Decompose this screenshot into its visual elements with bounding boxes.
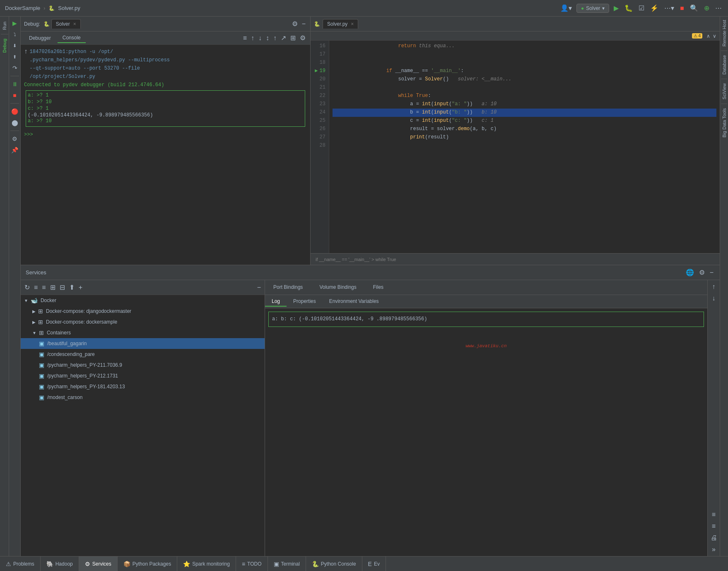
containers-label: Containers (47, 330, 71, 336)
view-breakpoints-button[interactable]: 🔴 (10, 106, 20, 116)
status-tab-ev[interactable]: E Ev (362, 556, 386, 571)
services-minimize-btn[interactable]: − (709, 268, 715, 278)
services-group-btn[interactable]: ⊞ (49, 282, 57, 293)
code-line-27: print(result) (333, 133, 716, 142)
tab-files[interactable]: Files (365, 282, 392, 293)
settings-debug-button[interactable]: ⚙ (10, 134, 20, 144)
tree-item-condescending-pare[interactable]: ▣ /condescending_pare (21, 349, 265, 360)
run-label[interactable]: Run (1, 20, 8, 31)
profile-button[interactable]: 👤▾ (559, 3, 573, 13)
container-helpers-181-icon: ▣ (39, 383, 44, 390)
coverage-button[interactable]: ☑ (637, 3, 646, 13)
more-side-btn[interactable]: » (711, 544, 717, 554)
editor-solver-tab[interactable]: Solver.py × (323, 19, 358, 29)
sub-tab-properties[interactable]: Properties (287, 297, 323, 307)
sub-tab-env-vars[interactable]: Environment Variables (323, 297, 386, 307)
pause-button[interactable]: ⏸ (10, 79, 20, 89)
tree-item-compose-docker[interactable]: ▶ ⊞ Docker-compose: dockersample (21, 317, 265, 327)
step-into-button[interactable]: ⬇ (10, 41, 20, 51)
step-out-button[interactable]: ⬆ (10, 52, 20, 62)
tree-item-helpers-211[interactable]: ▣ /pycharm_helpers_PY-211.7036.9 (21, 360, 265, 370)
debug-label[interactable]: Debug (1, 37, 8, 54)
debugger-tab[interactable]: Debugger (24, 34, 56, 43)
tree-item-beautiful-gagarin[interactable]: ▣ /beautiful_gagarin (21, 338, 265, 349)
services-right-panel: Port Bindings Volume Bindings Files Log … (265, 280, 707, 556)
tree-item-helpers-181[interactable]: ▣ /pycharm_helpers_PY-181.4203.13 (21, 381, 265, 392)
status-bar: ⚠ Problems 🐘 Hadoop ⚙ Services 📦 Python … (0, 556, 728, 571)
log-box: a: b: c: (-0.10102051443364424, -9 .8989… (268, 312, 704, 327)
status-tab-problems[interactable]: ⚠ Problems (0, 556, 41, 571)
mute-breakpoints-button[interactable]: ⬤ (10, 118, 20, 128)
tab-port-bindings[interactable]: Port Bindings (265, 282, 311, 293)
services-tree-minimize-btn[interactable]: − (256, 283, 262, 293)
services-add-btn[interactable]: + (77, 283, 84, 293)
compose-django-chevron: ▶ (32, 309, 36, 314)
services-deploy-btn[interactable]: ⬆ (68, 282, 76, 293)
services-tab-label: Services (92, 561, 111, 567)
services-toolbar: ↻ ≡ ≡ ⊞ ⊟ ⬆ + − (21, 280, 265, 295)
status-tab-services[interactable]: ⚙ Services (79, 556, 118, 571)
sciview-label[interactable]: SciView (720, 80, 728, 103)
editor-tab-close[interactable]: × (351, 21, 354, 27)
up-btn[interactable]: ↑ (250, 33, 256, 43)
top-bar: DockerSample › 🐍 Solver.py 👤▾ ● Solver ▾… (0, 0, 728, 17)
stop-button[interactable]: ■ (679, 3, 685, 13)
status-tab-todo[interactable]: ≡ TODO (236, 556, 268, 571)
services-refresh-btn[interactable]: ↻ (23, 282, 31, 293)
step-debug-btn[interactable]: ↕ (265, 33, 270, 43)
debug-button[interactable]: 🐛 (623, 3, 634, 13)
services-collapse-btn[interactable]: ≡ (41, 283, 47, 293)
print-btn[interactable]: 🖨 (709, 533, 718, 543)
search-button[interactable]: 🔍 (689, 3, 699, 13)
tree-item-modest-carson[interactable]: ▣ /modest_carson (21, 392, 265, 403)
settings-more-button[interactable]: ⋯ (714, 3, 723, 13)
expand-icon[interactable]: ∧ (706, 33, 710, 39)
services-filter-btn[interactable]: ⊟ (58, 282, 66, 293)
status-tab-spark[interactable]: ⭐ Spark monitoring (177, 556, 236, 571)
restore-layout-button[interactable]: 📌 (10, 145, 20, 155)
status-tab-hadoop[interactable]: 🐘 Hadoop (41, 556, 79, 571)
services-settings-btn[interactable]: ⚙ (698, 267, 706, 278)
tree-item-helpers-212[interactable]: ▣ /pycharm_helpers_PY-212.1731 (21, 370, 265, 381)
profile-run-button[interactable]: ⚡ (649, 3, 660, 13)
debug-settings-button[interactable]: ⚙ (291, 19, 299, 29)
sub-tab-log[interactable]: Log (265, 297, 287, 307)
tree-item-compose-django[interactable]: ▶ ⊞ Docker-compose: djangodockermaster (21, 306, 265, 317)
services-expand-btn[interactable]: ≡ (33, 283, 39, 293)
debug-solver-tab-close[interactable]: × (73, 21, 76, 27)
more-run-button[interactable]: ⋯▾ (663, 3, 675, 13)
debug-minimize-button[interactable]: − (301, 19, 307, 29)
remote-host-label[interactable]: Remote Host (720, 17, 728, 50)
stop-debug-button[interactable]: ■ (10, 90, 20, 100)
big-data-tools-label[interactable]: Big Data Tools (720, 105, 728, 141)
scroll-end-btn[interactable]: ≡ (711, 521, 717, 531)
console-tab[interactable]: Console (58, 33, 86, 43)
run-button[interactable]: ▶ (612, 3, 620, 13)
down-btn[interactable]: ↓ (257, 33, 263, 43)
tab-volume-bindings[interactable]: Volume Bindings (311, 282, 364, 293)
frames-btn[interactable]: ⊞ (289, 33, 297, 43)
database-label[interactable]: Database (720, 52, 728, 78)
console-line-2: .pycharm_helpers/pydev/pydevd.py --multi… (30, 56, 170, 64)
debug-solver-tab[interactable]: Solver × (51, 19, 81, 29)
soft-wrap-btn[interactable]: ≡ (711, 510, 717, 520)
collapse-icon[interactable]: ∨ (713, 33, 716, 39)
scroll-up-btn[interactable]: ↑ (711, 282, 717, 292)
run-to-cursor-button[interactable]: ↷ (10, 63, 20, 73)
settings-console-btn[interactable]: ⚙ (299, 33, 307, 43)
tree-item-containers[interactable]: ▼ ⊞ Containers (21, 327, 265, 338)
status-tab-terminal[interactable]: ▣ Terminal (268, 556, 306, 571)
tree-item-docker[interactable]: ▼ 🐋 Docker (21, 295, 265, 306)
run-config-button[interactable]: ● Solver ▾ (576, 4, 609, 13)
smart-step-btn[interactable]: ↗ (280, 33, 287, 43)
add-config-button[interactable]: ⊕ (703, 3, 711, 13)
up-all-btn[interactable]: ↑ (272, 33, 278, 43)
status-tab-python-packages[interactable]: 📦 Python Packages (118, 556, 177, 571)
step-over-button[interactable]: ⤵ (10, 29, 20, 39)
status-tab-python-console[interactable]: 🐍 Python Console (306, 556, 362, 571)
scroll-top-btn[interactable]: ≡ (242, 33, 248, 43)
warning-badge: ⚠ 4 (692, 33, 702, 39)
services-web-btn[interactable]: 🌐 (685, 267, 695, 278)
scroll-down-btn[interactable]: ↓ (711, 293, 717, 303)
resume-button[interactable]: ▶ (10, 18, 20, 28)
